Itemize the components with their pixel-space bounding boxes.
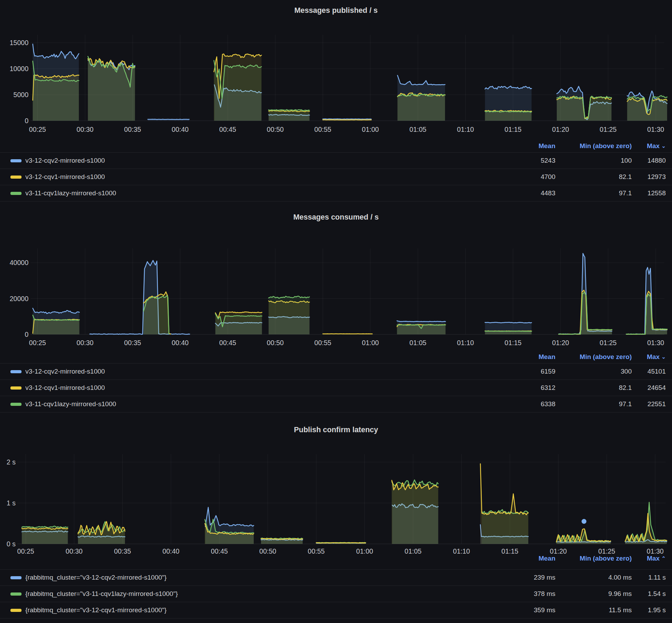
legend-min-value: 300	[555, 368, 632, 375]
legend-mean-value: 378 ms	[500, 590, 555, 598]
legend-row: v3-12-cqv1-mirrored-s1000631282.124654	[0, 379, 672, 396]
x-tick-label: 01:25	[598, 547, 615, 555]
series-line	[480, 464, 528, 515]
legend-row: v3-12-cqv1-mirrored-s1000470082.112973	[0, 169, 672, 185]
timeseries-chart[interactable]: 05000100001500000:2500:3000:3500:4000:45…	[0, 21, 672, 137]
series-color-swatch[interactable]	[10, 192, 22, 195]
legend-header: Mean Min (above zero) Max⌃	[0, 553, 672, 564]
x-tick-label: 00:40	[172, 339, 189, 347]
series-label[interactable]: v3-12-cqv2-mirrored-s1000	[25, 368, 105, 375]
x-tick-label: 00:40	[172, 126, 189, 133]
legend-sort-max[interactable]: Max⌃	[632, 555, 666, 562]
series-line	[485, 331, 531, 331]
series-fill	[269, 110, 310, 121]
series-line	[269, 110, 310, 111]
series-color-swatch[interactable]	[10, 609, 22, 612]
panel-title[interactable]: Messages consumed / s	[0, 202, 672, 233]
x-tick-label: 01:05	[405, 547, 422, 555]
legend-mean-value: 4483	[500, 189, 555, 197]
series-color-swatch[interactable]	[10, 370, 22, 373]
x-tick-label: 01:10	[457, 126, 474, 133]
legend-sort-min[interactable]: Min (above zero)	[555, 555, 632, 562]
legend-sort-min[interactable]: Min (above zero)	[555, 353, 632, 361]
x-tick-label: 01:20	[550, 547, 567, 555]
timeseries-chart[interactable]: 0200004000000:2500:3000:3500:4000:4500:5…	[0, 233, 672, 351]
legend-max-value: 24654	[632, 384, 666, 392]
timeseries-chart[interactable]: 0 s1 s2 s00:2500:3000:3500:4000:4500:500…	[0, 447, 672, 557]
x-tick-label: 01:05	[410, 126, 427, 133]
legend-max-value: 22551	[632, 400, 666, 408]
series-line	[397, 321, 446, 322]
x-tick-label: 00:30	[77, 126, 94, 133]
y-tick-label: 5000	[14, 91, 29, 99]
legend-row: v3-12-cqv2-mirrored-s1000615930045101	[0, 363, 672, 379]
series-label[interactable]: v3-11-cqv1lazy-mirrored-s1000	[25, 189, 116, 197]
x-tick-label: 00:55	[314, 339, 331, 347]
legend-row: v3-12-cqv2-mirrored-s1000524310014880	[0, 152, 672, 169]
legend-max-value: 12973	[632, 173, 666, 181]
panel-title[interactable]: Messages published / s	[0, 0, 672, 21]
legend-mean-value: 239 ms	[500, 574, 555, 581]
legend-sort-mean[interactable]: Mean	[500, 353, 555, 361]
series-line	[90, 261, 190, 334]
legend-sort-mean[interactable]: Mean	[500, 142, 555, 150]
x-tick-label: 00:30	[77, 339, 94, 347]
x-tick-label: 01:20	[552, 339, 569, 347]
series-color-swatch[interactable]	[10, 576, 22, 579]
x-tick-label: 00:50	[259, 547, 276, 555]
legend-max-value: 14880	[632, 157, 666, 164]
sort-chevron-icon: ⌄	[661, 143, 666, 149]
panel-title[interactable]: Publish confirm latency	[0, 412, 672, 447]
series-label[interactable]: v3-11-cqv1lazy-mirrored-s1000	[25, 400, 116, 408]
legend-min-value: 97.1	[555, 189, 632, 197]
x-tick-label: 00:50	[267, 339, 284, 347]
legend: Mean Min (above zero) Max⌄ v3-12-cqv2-mi…	[0, 351, 672, 412]
y-tick-label: 0	[25, 117, 28, 125]
panel-messages-consumed: Messages consumed / s 0200004000000:2500…	[0, 202, 672, 412]
x-tick-label: 01:15	[505, 126, 522, 133]
legend-header: Mean Min (above zero) Max⌄	[0, 351, 672, 363]
series-label[interactable]: v3-12-cqv2-mirrored-s1000	[25, 157, 105, 164]
x-tick-label: 00:35	[124, 339, 141, 347]
series-line	[485, 322, 531, 323]
x-tick-label: 00:45	[219, 126, 236, 133]
x-tick-label: 00:30	[66, 547, 83, 555]
series-label[interactable]: {rabbitmq_cluster="v3-12-cqv2-mirrored-s…	[25, 574, 167, 581]
series-fill	[625, 513, 667, 544]
panel-publish-confirm-latency: Publish confirm latency 0 s1 s2 s00:2500…	[0, 412, 672, 618]
legend-min-value: 4.00 ms	[555, 574, 632, 581]
series-label[interactable]: v3-12-cqv1-mirrored-s1000	[25, 173, 105, 181]
series-label[interactable]: {rabbitmq_cluster="v3-11-cqv1lazy-mirror…	[25, 590, 178, 598]
x-tick-label: 01:00	[362, 126, 379, 133]
series-fill	[144, 296, 169, 334]
y-tick-label: 0	[25, 331, 28, 338]
legend-max-value: 1.11 s	[632, 574, 666, 581]
series-fill	[22, 528, 68, 544]
series-fill	[627, 96, 667, 121]
legend-min-value: 9.96 ms	[555, 590, 632, 598]
legend-row: {rabbitmq_cluster="v3-12-cqv2-mirrored-s…	[0, 569, 672, 586]
series-label[interactable]: v3-12-cqv1-mirrored-s1000	[25, 384, 105, 392]
legend-mean-value: 4700	[500, 173, 555, 181]
series-fill	[397, 94, 445, 121]
x-tick-label: 00:55	[314, 126, 331, 133]
series-line	[397, 75, 445, 85]
legend-row: v3-11-cqv1lazy-mirrored-s1000448397.1125…	[0, 185, 672, 201]
x-tick-label: 01:30	[647, 339, 664, 347]
series-color-swatch[interactable]	[10, 592, 22, 596]
series-color-swatch[interactable]	[10, 159, 22, 162]
series-fill	[480, 464, 528, 544]
x-tick-label: 00:45	[219, 339, 236, 347]
series-label[interactable]: {rabbitmq_cluster="v3-12-cqv1-mirrored-s…	[25, 606, 167, 614]
legend-sort-mean[interactable]: Mean	[500, 555, 555, 562]
legend-sort-min[interactable]: Min (above zero)	[555, 142, 632, 150]
x-tick-label: 00:35	[124, 126, 141, 133]
series-color-swatch[interactable]	[10, 176, 22, 179]
series-color-swatch[interactable]	[10, 403, 22, 406]
x-tick-label: 00:55	[308, 547, 325, 555]
legend-min-value: 97.1	[555, 400, 632, 408]
legend-sort-max[interactable]: Max⌄	[632, 353, 666, 361]
series-color-swatch[interactable]	[10, 386, 22, 390]
series-fill	[90, 261, 190, 334]
legend-sort-max[interactable]: Max⌄	[632, 142, 666, 150]
